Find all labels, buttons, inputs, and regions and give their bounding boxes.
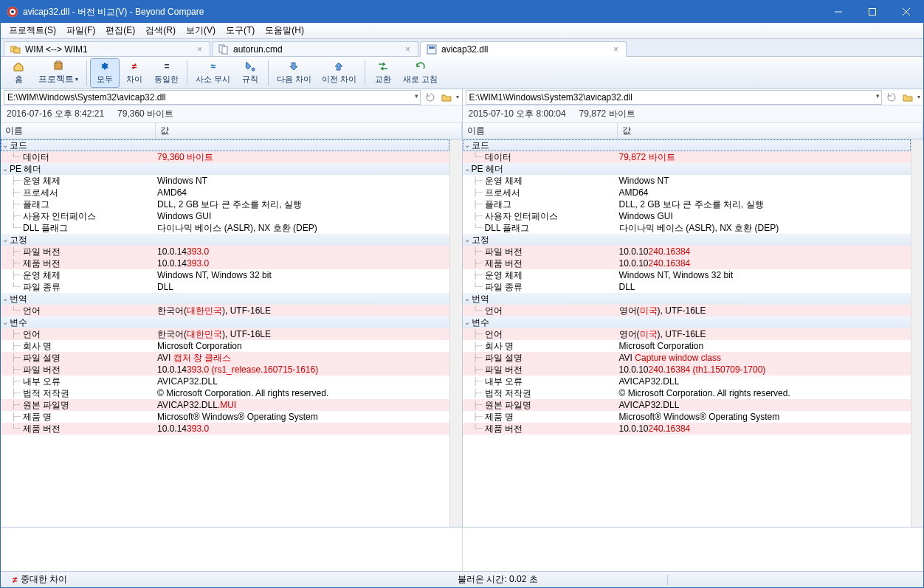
filter-same-button[interactable]: = 동일한	[149, 58, 184, 88]
group-row[interactable]: ⌄PE 헤더	[1, 163, 449, 175]
property-row[interactable]: └┄데이터79,872 바이트	[463, 151, 911, 163]
property-row[interactable]: ├┄운영 체제Windows NT	[463, 175, 911, 187]
history-button[interactable]	[885, 91, 898, 104]
tab-avicap32[interactable]: avicap32.dll ×	[420, 41, 627, 57]
property-row[interactable]: ├┄파일 버전10.0.14393.0	[1, 246, 449, 257]
chevron-down-icon[interactable]: ▾	[917, 94, 920, 100]
tab-close-icon[interactable]: ×	[404, 44, 412, 55]
property-row[interactable]: ├┄운영 체제Windows NT, Windows 32 bit	[463, 269, 911, 281]
property-row[interactable]: ├┄제품 버전10.0.14393.0	[1, 257, 449, 269]
property-row[interactable]: ├┄언어영어(미국), UTF-16LE	[463, 328, 911, 340]
property-row[interactable]: ├┄플래그DLL, 2 GB 보다 큰 주소를 처리, 실행	[463, 198, 911, 210]
group-row[interactable]: ⌄PE 헤더	[463, 163, 911, 175]
chevron-down-icon[interactable]: ▾	[456, 94, 459, 100]
right-tree[interactable]: ⌄코드└┄데이터79,872 바이트⌄PE 헤더├┄운영 체제Windows N…	[463, 139, 911, 527]
expand-toggle-icon[interactable]: ⌄	[1, 317, 10, 328]
tab-close-icon[interactable]: ×	[196, 44, 204, 55]
property-row[interactable]: └┄파일 종류DLL	[1, 281, 449, 293]
tab-close-icon[interactable]: ×	[612, 44, 620, 55]
filter-diff-button[interactable]: ≠ 차이	[120, 58, 149, 88]
prev-diff-button[interactable]: 이전 차이	[317, 58, 362, 88]
property-row[interactable]: ├┄사용자 인터페이스Windows GUI	[1, 210, 449, 222]
menu-tools[interactable]: 도구(T)	[221, 23, 260, 38]
expand-toggle-icon[interactable]: ⌄	[1, 234, 10, 246]
expand-toggle-icon[interactable]: ⌄	[1, 293, 10, 305]
browse-button[interactable]	[440, 91, 453, 104]
property-row[interactable]: ├┄운영 체제Windows NT, Windows 32 bit	[1, 269, 449, 281]
tab-wim[interactable]: WIM <--> WIM1 ×	[4, 41, 210, 56]
expand-toggle-icon[interactable]: ⌄	[1, 139, 10, 151]
tab-autorun[interactable]: autorun.cmd ×	[212, 41, 418, 56]
group-row[interactable]: ⌄고정	[463, 234, 911, 246]
property-row[interactable]: └┄DLL 플래그다이나믹 베이스 (ASLR), NX 호환 (DEP)	[1, 222, 449, 234]
group-row[interactable]: ⌄변수	[1, 317, 449, 328]
property-row[interactable]: └┄언어한국어(대한민국), UTF-16LE	[1, 305, 449, 317]
col-name[interactable]: 이름	[463, 123, 618, 139]
right-path-input[interactable]: E:\WIM1\Windows\System32\avicap32.dll ▾	[466, 90, 883, 105]
property-row[interactable]: ├┄파일 버전10.0.10240.16384	[463, 246, 911, 257]
expand-toggle-icon[interactable]: ⌄	[463, 293, 472, 305]
menu-help[interactable]: 도움말(H)	[260, 23, 309, 38]
chevron-down-icon[interactable]: ▾	[415, 92, 418, 100]
property-row[interactable]: ├┄언어한국어(대한민국), UTF-16LE	[1, 328, 449, 340]
group-row[interactable]: ⌄고정	[1, 234, 449, 246]
property-row[interactable]: ├┄법적 저작권© Microsoft Corporation. All rig…	[463, 387, 911, 399]
expand-toggle-icon[interactable]: ⌄	[1, 163, 10, 175]
left-path-input[interactable]: E:\WIM\Windows\System32\avicap32.dll ▾	[4, 90, 421, 105]
filter-all-button[interactable]: ✱ 모두	[90, 58, 120, 88]
close-button[interactable]	[889, 1, 923, 23]
property-row[interactable]: ├┄파일 버전10.0.10240.16384 (th1.150709-1700…	[463, 364, 911, 376]
refresh-button[interactable]: 새로 고침	[398, 58, 443, 88]
property-row[interactable]: ├┄파일 설명AVI Capture window class	[463, 352, 911, 364]
group-row[interactable]: ⌄변수	[463, 317, 911, 328]
menu-view[interactable]: 보기(V)	[181, 23, 221, 38]
property-row[interactable]: └┄제품 버전10.0.10240.16384	[463, 423, 911, 435]
col-name[interactable]: 이름	[1, 123, 156, 139]
maximize-button[interactable]	[855, 1, 889, 23]
property-row[interactable]: ├┄회사 명Microsoft Corporation	[1, 340, 449, 352]
property-row[interactable]: ├┄운영 체제Windows NT	[1, 175, 449, 187]
menu-project[interactable]: 프로젝트(S)	[4, 23, 61, 38]
property-row[interactable]: └┄DLL 플래그다이나믹 베이스 (ASLR), NX 호환 (DEP)	[463, 222, 911, 234]
chevron-down-icon[interactable]: ▾	[876, 92, 880, 100]
col-value[interactable]: 값	[156, 123, 462, 139]
property-row[interactable]: ├┄사용자 인터페이스Windows GUI	[463, 210, 911, 222]
property-row[interactable]: ├┄내부 오류AVICAP32.DLL	[463, 376, 911, 387]
expand-toggle-icon[interactable]: ⌄	[463, 163, 472, 175]
scrollbar[interactable]	[911, 139, 923, 527]
minimize-button[interactable]	[821, 1, 855, 23]
next-diff-button[interactable]: 다음 차이	[272, 58, 317, 88]
property-row[interactable]: ├┄제품 명Microsoft® Windows® Operating Syst…	[463, 411, 911, 423]
rules-button[interactable]: 규칙	[235, 58, 265, 88]
left-tree[interactable]: ⌄코드└┄데이터79,360 바이트⌄PE 헤더├┄운영 체제Windows N…	[1, 139, 449, 527]
property-row[interactable]: ├┄프로세서AMD64	[1, 187, 449, 198]
scrollbar[interactable]	[449, 139, 462, 527]
property-row[interactable]: ├┄플래그DLL, 2 GB 보다 큰 주소를 처리, 실행	[1, 198, 449, 210]
property-row[interactable]: ├┄프로세서AMD64	[463, 187, 911, 198]
property-row[interactable]: ├┄원본 파일명AVICAP32.DLL	[463, 399, 911, 411]
property-row[interactable]: ├┄법적 저작권© Microsoft Corporation. All rig…	[1, 387, 449, 399]
property-row[interactable]: ├┄파일 버전10.0.14393.0 (rs1_release.160715-…	[1, 364, 449, 376]
browse-button[interactable]	[901, 91, 914, 104]
property-row[interactable]: ├┄제품 명Microsoft® Windows® Operating Syst…	[1, 411, 449, 423]
history-button[interactable]	[424, 91, 437, 104]
group-row[interactable]: ⌄번역	[1, 293, 449, 305]
group-row[interactable]: ⌄코드	[463, 139, 911, 151]
property-row[interactable]: └┄데이터79,360 바이트	[1, 151, 449, 163]
property-row[interactable]: ├┄회사 명Microsoft Corporation	[463, 340, 911, 352]
expand-toggle-icon[interactable]: ⌄	[463, 139, 472, 151]
menu-search[interactable]: 검색(R)	[140, 23, 181, 38]
project-button[interactable]: 프로젝트▾	[33, 58, 83, 88]
property-row[interactable]: ├┄파일 설명AVI 캡처 창 클래스	[1, 352, 449, 364]
minor-button[interactable]: ≈ 사소 무시	[190, 58, 235, 88]
property-row[interactable]: └┄제품 버전10.0.14393.0	[1, 423, 449, 435]
property-row[interactable]: ├┄제품 버전10.0.10240.16384	[463, 257, 911, 269]
swap-button[interactable]: 교환	[368, 58, 398, 88]
property-row[interactable]: ├┄내부 오류AVICAP32.DLL	[1, 376, 449, 387]
menu-file[interactable]: 파일(F)	[61, 23, 100, 38]
col-value[interactable]: 값	[618, 123, 924, 139]
expand-toggle-icon[interactable]: ⌄	[463, 234, 472, 246]
menu-edit[interactable]: 편집(E)	[100, 23, 140, 38]
home-button[interactable]: 홈	[4, 58, 33, 88]
property-row[interactable]: └┄언어영어(미국), UTF-16LE	[463, 305, 911, 317]
